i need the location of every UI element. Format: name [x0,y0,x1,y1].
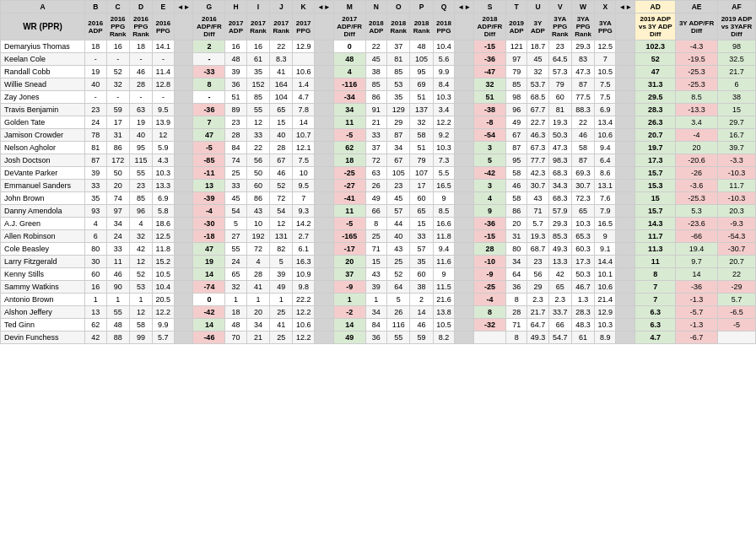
cell-u: 23 [527,256,548,268]
cell-k [293,53,315,66]
cell-e: 13.9 [153,116,175,129]
cell-arrow1 [174,294,193,306]
player-name-cell: Zay Jones [1,91,85,104]
cell-v: 68.3 [548,167,571,180]
cell-n: 34 [365,306,387,319]
cell-u: 29 [527,281,548,294]
cell-ad: 17.3 [635,154,676,167]
cell-arrow3 [455,319,474,331]
cell-x: 6.4 [595,154,616,167]
cell-g: -42 [193,306,225,319]
cell-s: -54 [474,129,506,142]
cell-w: 72.3 [571,192,594,205]
cell-ad: 11.3 [635,243,676,256]
2016-adp-header: 2016ADP [85,13,107,40]
cell-s: -25 [474,281,506,294]
2016-ppg-rank1-header: 2016PPGRank [106,13,129,40]
cell-v: 47.3 [548,142,571,154]
cell-arrow1 [174,91,193,104]
cell-arrow1 [174,53,193,66]
cell-c: 33 [106,243,129,256]
cell-m: 62 [333,142,365,154]
cell-c: 16 [106,40,129,53]
cell-u: 19.3 [527,230,548,243]
cell-q: 3.4 [433,104,455,116]
cell-d: 12 [129,306,152,319]
cell-u: 67.7 [527,104,548,116]
cell-arrow3 [455,192,474,205]
cell-t: 28 [505,306,527,319]
cell-n: 22 [365,40,387,53]
player-name-cell: Golden Tate [1,116,85,129]
cell-arrow3 [455,66,474,78]
cell-b: 16 [85,281,107,294]
col-header-h: H [225,1,247,13]
cell-k: 22.2 [293,294,315,306]
cell-e: 12.5 [153,230,175,243]
cell-x: 12.5 [595,40,616,53]
cell-o: 43 [387,243,410,256]
cell-x: 9.4 [595,142,616,154]
2017-ppg-rank1-header: 2017Rank [246,13,269,40]
cell-b: 62 [85,319,107,331]
cell-n: 39 [365,281,387,294]
cell-m: 48 [333,53,365,66]
cell-x: 10.3 [595,319,616,331]
2019-adp-header: 2019ADP [505,13,527,40]
cell-t: 58 [505,167,527,180]
cell-p: 46 [410,319,433,331]
cell-arrow3 [455,256,474,268]
cell-u: 22.7 [527,116,548,129]
cell-j: 65 [270,104,293,116]
cell-ae: -5.7 [676,306,718,319]
cell-q: 21.6 [433,294,455,306]
cell-n: 91 [365,104,387,116]
cell-arrow3 [455,180,474,192]
cell-j: 52 [270,180,293,192]
cell-g: -36 [193,104,225,116]
cell-ae: 8.5 [676,91,718,104]
2017-adp-header: 2017ADP [225,13,247,40]
cell-m: -27 [333,180,365,192]
cell-w: 1.3 [571,294,594,306]
cell-v: 54.7 [548,331,571,344]
cell-q: 13.8 [433,306,455,319]
cell-p: 32 [410,116,433,129]
cell-e: 12 [153,129,175,142]
cell-ae: -25.3 [676,192,718,205]
cell-e: 12.8 [153,78,175,91]
cell-c: 50 [106,167,129,180]
wr-ppr-header: WR (PPR) [1,13,85,40]
cell-arrow3 [455,230,474,243]
cell-o: 116 [387,319,410,331]
cell-d: 12 [129,256,152,268]
cell-ad: 28.3 [635,104,676,116]
cell-i: 28 [246,268,269,281]
cell-g: 7 [193,116,225,129]
cell-x: 7.6 [595,192,616,205]
cell-x: 16.5 [595,218,616,230]
cell-k: 9.3 [293,205,315,218]
cell-j: 131 [270,230,293,243]
col-header-s: S [474,1,506,13]
cell-e: 20.5 [153,294,175,306]
cell-h: 45 [225,192,247,205]
col-header-af: AF [717,1,755,13]
cell-ad: 11.7 [635,230,676,243]
cell-t: 8 [505,331,527,344]
cell-ae: -3.6 [676,180,718,192]
cell-af: -9.3 [717,218,755,230]
cell-t: 96 [505,104,527,116]
player-name-cell: Demaryius Thomas [1,40,85,53]
cell-d: 4 [129,218,152,230]
cell-j: 54 [270,205,293,218]
cell-arrow1 [174,218,193,230]
cell-o: 81 [387,53,410,66]
cell-w: 87 [571,78,594,91]
cell-arrow2 [314,218,333,230]
cell-u: 32 [527,66,548,78]
cell-n: 36 [365,331,387,344]
player-name-cell: Sammy Watkins [1,281,85,294]
player-name-cell: Ted Ginn [1,319,85,331]
cell-x: 10.6 [595,281,616,294]
